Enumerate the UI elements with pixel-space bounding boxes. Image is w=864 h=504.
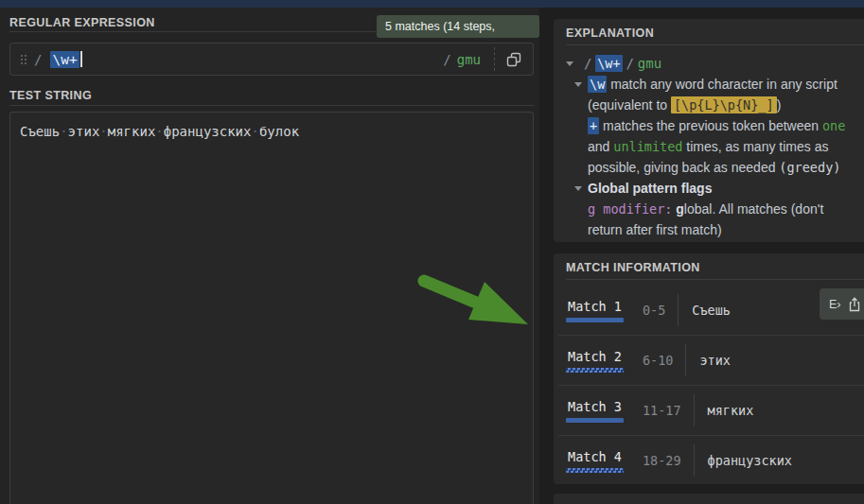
space-dot: ·	[155, 124, 163, 139]
match-range: 0-5	[643, 303, 665, 318]
w-token[interactable]: \w	[588, 76, 607, 93]
equivalent-class-token[interactable]: [\p{L}\p{N}_]	[671, 96, 777, 113]
match-row-3[interactable]: Match 3 11-17 мягких	[554, 385, 864, 435]
regex-close-delimiter: /	[443, 52, 450, 67]
regex-flags[interactable]: gmu	[457, 52, 481, 67]
test-word: французских	[164, 124, 252, 139]
g-description-2: return after first match)	[588, 222, 722, 237]
match-highlight-underline	[566, 368, 624, 373]
exp-slash: /	[626, 56, 634, 71]
copy-icon[interactable]	[495, 52, 533, 67]
test-string-heading: TEST STRING	[9, 89, 92, 102]
match-label[interactable]: Match 3	[566, 399, 624, 414]
drag-handle-icon[interactable]	[21, 55, 26, 64]
match-count-badge: 5 matches (14 steps, 0.0ms)	[377, 15, 539, 38]
global-flags-row[interactable]: Global pattern flags	[566, 178, 864, 199]
editor-panel: REGULAR EXPRESSION 5 matches (14 steps, …	[0, 8, 539, 504]
exp-pattern-token[interactable]: \w+	[595, 55, 622, 72]
plus-description: matches the previous token between	[599, 118, 822, 133]
match-label[interactable]: Match 4	[566, 449, 624, 464]
match-row-divider	[678, 294, 679, 326]
next-panel-edge	[554, 494, 864, 504]
explanation-equivalent-row: (equivalent to [\p{L}\p{N}_])	[566, 95, 864, 115]
match-label[interactable]: Match 2	[566, 349, 624, 364]
match-label[interactable]: Match 1	[566, 299, 624, 314]
space-dot: ·	[99, 124, 107, 139]
space-dot: ·	[60, 124, 67, 139]
regex-pattern-selected[interactable]: \w+	[50, 51, 79, 68]
plus-text: possible, giving back as needed	[588, 160, 779, 175]
match-row-divider	[694, 444, 695, 477]
match-row-divider	[685, 344, 686, 376]
w-description: match any word character in any script	[607, 77, 838, 92]
g-modifier-row-2: return after first match)	[566, 219, 864, 240]
regex-open-delimiter: /	[34, 52, 42, 67]
match-information-heading: MATCH INFORMATION	[566, 261, 700, 274]
test-word: этих	[68, 124, 100, 139]
match-range: 6-10	[643, 353, 674, 368]
equiv-post: )	[777, 97, 782, 113]
plus-text: and	[588, 139, 613, 154]
explanation-w-row[interactable]: \w match any word character in any scrip…	[566, 74, 864, 95]
test-word: булок	[259, 124, 299, 139]
quantifier-max: unlimited	[613, 139, 682, 154]
match-row-4[interactable]: Match 4 18-29 французских	[554, 435, 864, 485]
collapse-triangle-icon[interactable]	[574, 186, 582, 191]
test-header-divider	[9, 105, 534, 106]
exp-flags: gmu	[638, 56, 661, 71]
text-cursor	[80, 51, 82, 67]
g-bold: g	[676, 201, 684, 217]
test-word: мягких	[108, 124, 156, 139]
explanation-divider	[566, 44, 864, 45]
greedy-token: (greedy)	[779, 160, 840, 175]
g-modifier-token: g modifier:	[588, 201, 672, 217]
match-row-1[interactable]: Match 1 0-5 Съешь	[554, 285, 864, 335]
top-bar	[0, 0, 864, 8]
explanation-plus-row-2: and unlimited times, as many times as	[566, 136, 864, 157]
explanation-plus-row[interactable]: + matches the previous token between one	[566, 115, 864, 136]
match-highlight-underline	[566, 318, 624, 322]
quantifier-min: one	[822, 118, 845, 133]
match-range: 11-17	[643, 403, 681, 418]
match-value: этих	[699, 353, 731, 368]
equiv-pre: (equivalent to	[588, 97, 671, 113]
match-value: мягких	[708, 403, 754, 418]
space-dot: ·	[251, 124, 258, 139]
g-description: lobal. All matches (don't	[684, 201, 823, 217]
g-modifier-row: g modifier: global. All matches (don't	[566, 199, 864, 219]
plus-text: times, as many times as	[682, 139, 828, 154]
regex-input[interactable]: / \w+ / gmu	[9, 43, 534, 76]
match-highlight-underline	[566, 468, 624, 473]
match-information-divider	[566, 279, 864, 280]
collapse-triangle-icon[interactable]	[574, 82, 582, 87]
match-value: Съешь	[692, 303, 731, 318]
explanation-heading: EXPLANATION	[566, 26, 654, 40]
match-information-panel: MATCH INFORMATION E› Match 1 0-5 Съешь M…	[554, 253, 864, 484]
collapse-triangle-icon[interactable]	[566, 61, 573, 66]
test-string-line: Съешь·этих·мягких·французских·булок	[10, 113, 533, 150]
explanation-pattern-row[interactable]: / \w+ / gmu	[566, 53, 864, 74]
regular-expression-heading: REGULAR EXPRESSION	[9, 16, 155, 29]
exp-slash: /	[584, 56, 591, 71]
plus-token[interactable]: +	[588, 117, 599, 134]
match-row-2[interactable]: Match 2 6-10 этих	[554, 335, 864, 385]
test-string-editor[interactable]: Съешь·этих·мягких·французских·булок	[9, 112, 534, 504]
match-range: 18-29	[643, 453, 681, 468]
explanation-panel: EXPLANATION / \w+ / gmu \w match any wor…	[554, 19, 864, 242]
match-highlight-underline	[566, 418, 624, 423]
test-word: Съешь	[20, 124, 60, 139]
match-value: французских	[708, 453, 792, 468]
global-flags-heading: Global pattern flags	[588, 181, 712, 196]
explanation-plus-row-3: possible, giving back as needed (greedy)	[566, 157, 864, 178]
match-row-divider	[694, 394, 695, 426]
